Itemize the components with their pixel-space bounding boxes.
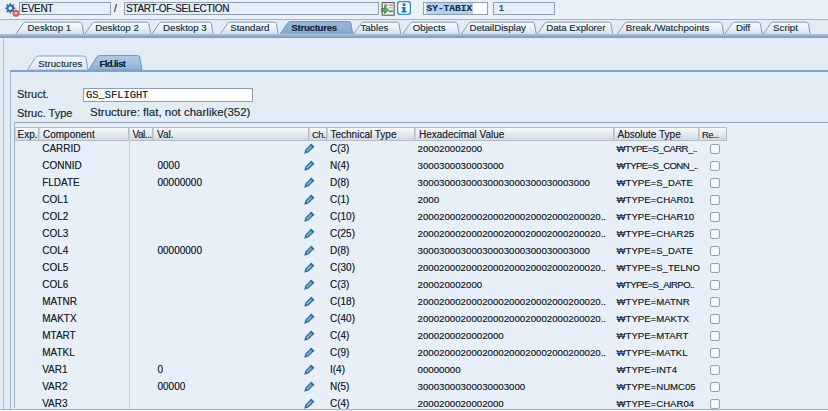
svg-text:Script: Script bbox=[773, 22, 798, 33]
svg-text:Structures: Structures bbox=[38, 57, 82, 68]
svg-text:Structures: Structures bbox=[291, 22, 337, 33]
svg-text:Diff: Diff bbox=[736, 22, 751, 33]
svg-text:Desktop 2: Desktop 2 bbox=[95, 22, 139, 33]
svg-text:Break./Watchpoints: Break./Watchpoints bbox=[626, 22, 710, 33]
svg-text:Desktop 3: Desktop 3 bbox=[163, 22, 207, 33]
svg-text:Fld.list: Fld.list bbox=[100, 57, 126, 68]
svg-text:Standard: Standard bbox=[230, 22, 269, 33]
svg-text:Data Explorer: Data Explorer bbox=[546, 22, 606, 33]
svg-text:Tables: Tables bbox=[360, 22, 388, 33]
svg-text:DetailDisplay: DetailDisplay bbox=[469, 22, 526, 33]
svg-text:Objects: Objects bbox=[413, 22, 446, 33]
svg-text:Desktop 1: Desktop 1 bbox=[28, 22, 72, 33]
